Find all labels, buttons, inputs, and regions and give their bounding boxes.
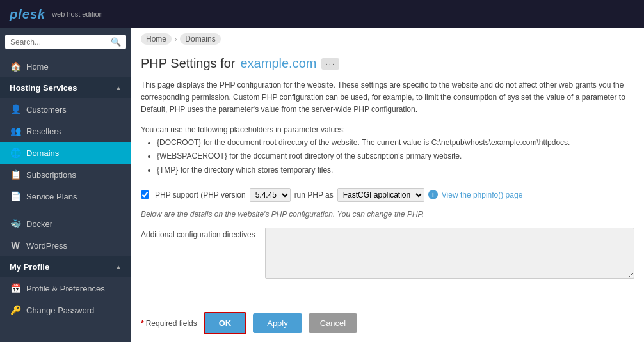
ok-button[interactable]: OK: [204, 312, 247, 334]
below-text: Below are the details on the website's P…: [131, 207, 644, 221]
sidebar-item-service-plans[interactable]: 📄 Service Plans: [0, 185, 131, 207]
sidebar-item-subscriptions[interactable]: 📋 Subscriptions: [0, 164, 131, 185]
page-title-prefix: PHP Settings for: [141, 56, 235, 71]
sidebar-item-profile-label: Profile & Preferences: [26, 284, 105, 293]
page-description: This page displays the PHP configuration…: [131, 74, 644, 121]
required-note: * Required fields: [141, 319, 197, 328]
placeholder-item-docroot: {DOCROOT} for the document root director…: [157, 136, 634, 150]
breadcrumb: Home › Domains: [131, 28, 644, 50]
sidebar-item-docker[interactable]: 🐳 Docker: [0, 213, 131, 235]
sidebar-item-service-plans-label: Service Plans: [26, 192, 77, 201]
plesk-logo: plesk: [10, 7, 45, 22]
sidebar-item-resellers-label: Resellers: [26, 127, 61, 136]
page-header: PHP Settings for example.com ···: [131, 50, 644, 74]
breadcrumb-separator: ›: [175, 36, 177, 43]
php-support-label: PHP support (PHP version: [155, 190, 246, 199]
php-mode-select[interactable]: FastCGI application: [337, 188, 424, 202]
my-profile-label: My Profile: [10, 262, 49, 272]
search-input[interactable]: [10, 38, 111, 47]
required-star: *: [141, 319, 144, 328]
sidebar-divider: [0, 210, 131, 210]
placeholder-item-tmp: {TMP} for the directory which stores tem…: [157, 164, 634, 178]
sidebar-item-resellers[interactable]: 👥 Resellers: [0, 120, 131, 142]
search-wrapper[interactable]: 🔍: [5, 35, 126, 49]
chevron-up-icon-2: ▲: [115, 263, 122, 270]
apply-button[interactable]: Apply: [253, 313, 302, 333]
sidebar-item-profile-preferences[interactable]: 📅 Profile & Preferences: [0, 277, 131, 299]
sidebar-item-customers-label: Customers: [26, 105, 67, 114]
service-plans-icon: 📄: [10, 191, 21, 201]
sidebar: 🔍 🏠 Home Hosting Services ▲ 👤 Customers …: [0, 28, 131, 342]
top-bar: plesk web host edition: [0, 0, 644, 28]
page-domain-name: example.com: [240, 56, 316, 71]
sidebar-item-docker-label: Docker: [26, 219, 52, 229]
domains-icon: 🌐: [10, 148, 21, 158]
php-version-select[interactable]: 5.4.45: [250, 188, 291, 202]
profile-icon: 📅: [10, 283, 21, 293]
main-content: Home › Domains PHP Settings for example.…: [131, 28, 644, 342]
page-title: PHP Settings for example.com ···: [141, 56, 634, 71]
cancel-button[interactable]: Cancel: [309, 313, 357, 333]
placeholder-item-webspaceroot: {WEBSPACEROOT} for the document root dir…: [157, 150, 634, 164]
form-textarea[interactable]: [265, 228, 634, 279]
footer-actions: * Required fields OK Apply Cancel: [131, 304, 644, 342]
sidebar-item-subscriptions-label: Subscriptions: [26, 170, 76, 180]
sidebar-item-wordpress-label: WordPress: [26, 241, 67, 251]
sidebar-item-home[interactable]: 🏠 Home: [0, 56, 131, 77]
form-label: Additional configuration directives: [141, 228, 255, 239]
hosting-services-label: Hosting Services: [10, 83, 77, 93]
placeholder-intro: You can use the following placeholders i…: [141, 124, 634, 136]
phpinfo-link[interactable]: View the phpinfo() page: [442, 190, 523, 199]
sidebar-item-home-label: Home: [26, 62, 49, 72]
php-support-row: PHP support (PHP version 5.4.45 run PHP …: [131, 183, 644, 207]
customers-icon: 👤: [10, 104, 21, 114]
chevron-up-icon: ▲: [115, 84, 122, 91]
placeholder-section: You can use the following placeholders i…: [131, 121, 644, 183]
sidebar-item-change-password[interactable]: 🔑 Change Password: [0, 299, 131, 321]
required-label: Required fields: [146, 319, 197, 328]
subscriptions-icon: 📋: [10, 169, 21, 180]
php-run-as-label: run PHP as: [294, 190, 334, 199]
sidebar-item-domains[interactable]: 🌐 Domains: [0, 142, 131, 164]
search-box: 🔍: [0, 28, 131, 56]
wordpress-icon: W: [10, 240, 21, 251]
sidebar-item-domains-label: Domains: [26, 148, 59, 158]
breadcrumb-home[interactable]: Home: [141, 33, 172, 45]
docker-icon: 🐳: [10, 219, 21, 229]
placeholder-list: {DOCROOT} for the document root director…: [141, 136, 634, 178]
password-icon: 🔑: [10, 305, 21, 315]
breadcrumb-domains[interactable]: Domains: [180, 33, 220, 45]
sidebar-item-change-password-label: Change Password: [26, 306, 94, 315]
resellers-icon: 👥: [10, 126, 21, 136]
sidebar-my-profile-header[interactable]: My Profile ▲: [0, 256, 131, 277]
sidebar-item-customers[interactable]: 👤 Customers: [0, 98, 131, 120]
plesk-edition: web host edition: [52, 10, 103, 18]
main-layout: 🔍 🏠 Home Hosting Services ▲ 👤 Customers …: [0, 28, 644, 342]
search-icon: 🔍: [111, 37, 121, 47]
sidebar-item-wordpress[interactable]: W WordPress: [0, 235, 131, 256]
form-section: Additional configuration directives: [131, 221, 644, 285]
php-support-checkbox[interactable]: [141, 190, 149, 199]
home-icon: 🏠: [10, 61, 21, 72]
info-icon: i: [428, 190, 438, 199]
sidebar-hosting-services-header[interactable]: Hosting Services ▲: [0, 77, 131, 98]
more-options-button[interactable]: ···: [321, 58, 339, 70]
